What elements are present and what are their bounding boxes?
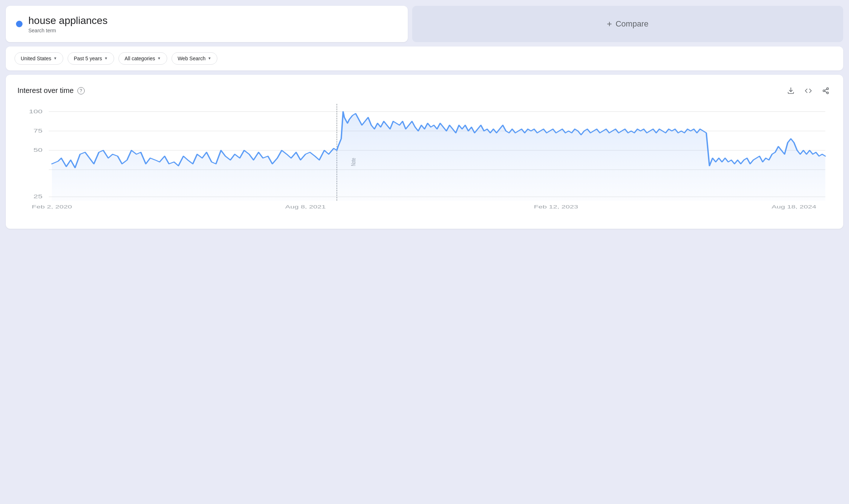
svg-line-4 <box>825 89 827 90</box>
search-term-label: house appliances <box>28 15 108 27</box>
categories-chevron-icon: ▼ <box>157 56 161 60</box>
svg-text:Feb 2, 2020: Feb 2, 2020 <box>32 204 72 210</box>
download-button[interactable] <box>785 85 797 97</box>
chart-card: Interest over time ? <box>6 75 843 229</box>
share-button[interactable] <box>820 85 832 97</box>
embed-button[interactable] <box>802 85 814 97</box>
search-type-filter-label: Web Search <box>178 56 206 61</box>
help-icon[interactable]: ? <box>77 87 85 94</box>
svg-text:Feb 12, 2023: Feb 12, 2023 <box>534 204 578 210</box>
region-filter[interactable]: United States ▼ <box>15 52 63 65</box>
categories-filter-label: All categories <box>125 56 155 61</box>
time-range-filter-label: Past 5 years <box>74 56 102 61</box>
time-range-filter[interactable]: Past 5 years ▼ <box>68 52 114 65</box>
chart-title: Interest over time <box>17 86 74 95</box>
region-filter-label: United States <box>21 56 51 61</box>
search-term-card: house appliances Search term <box>6 6 408 42</box>
svg-text:75: 75 <box>33 128 43 134</box>
time-range-chevron-icon: ▼ <box>104 56 108 60</box>
compare-plus-icon: + <box>607 19 612 29</box>
search-type-chevron-icon: ▼ <box>208 56 211 60</box>
search-term-sublabel: Search term <box>28 28 108 33</box>
categories-filter[interactable]: All categories ▼ <box>118 52 167 65</box>
svg-text:Aug 18, 2024: Aug 18, 2024 <box>772 204 816 210</box>
svg-line-3 <box>825 91 827 92</box>
search-type-filter[interactable]: Web Search ▼ <box>172 52 218 65</box>
term-color-dot <box>16 21 23 27</box>
compare-label: Compare <box>616 19 648 29</box>
compare-card[interactable]: + Compare <box>412 6 843 42</box>
chart-container: 100 75 50 25 Note Feb 2, 2020 Aug 8, 202… <box>17 104 832 220</box>
interest-chart: 100 75 50 25 Note Feb 2, 2020 Aug 8, 202… <box>17 104 832 220</box>
svg-text:100: 100 <box>29 109 43 114</box>
filters-row: United States ▼ Past 5 years ▼ All categ… <box>6 46 843 70</box>
chart-actions <box>785 85 832 97</box>
region-chevron-icon: ▼ <box>53 56 57 60</box>
svg-text:50: 50 <box>33 147 43 153</box>
chart-header: Interest over time ? <box>17 85 832 97</box>
svg-text:25: 25 <box>33 194 43 199</box>
svg-text:Aug 8, 2021: Aug 8, 2021 <box>285 204 326 210</box>
